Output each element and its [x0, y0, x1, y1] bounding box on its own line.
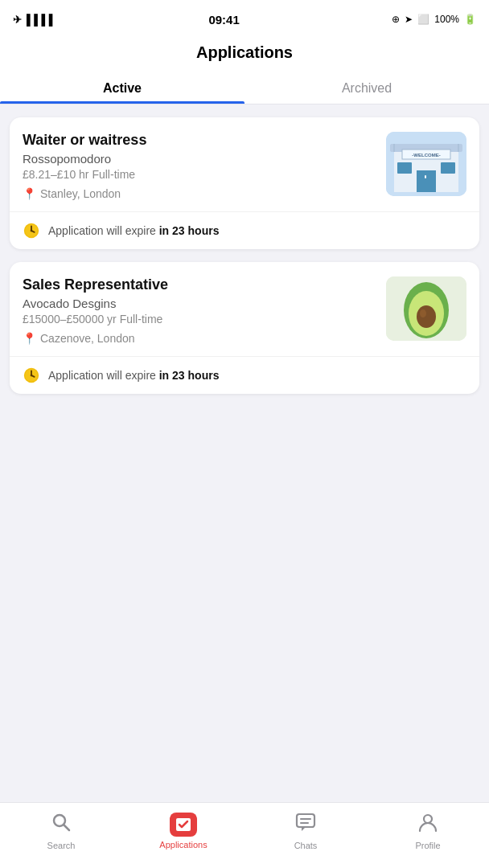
nav-applications-label: Applications — [159, 840, 207, 850]
job-card-2[interactable]: Sales Representative Avocado Desgins £15… — [10, 262, 479, 394]
svg-rect-7 — [397, 162, 412, 174]
job-location-2: 📍 Cazenove, London — [23, 332, 376, 345]
nav-profile[interactable]: Profile — [367, 803, 489, 858]
job-main-1: Waiter or waitress Rossopomodoro £8.21–£… — [10, 117, 479, 211]
nav-applications[interactable]: Applications — [122, 803, 244, 858]
profile-icon — [417, 812, 438, 837]
job-location-1: 📍 Stanley, London — [23, 187, 376, 200]
svg-rect-8 — [441, 162, 455, 174]
svg-line-27 — [64, 825, 69, 830]
nav-applications-icon-wrapper — [170, 813, 197, 837]
search-icon — [51, 812, 72, 837]
svg-point-19 — [417, 305, 436, 328]
tab-active[interactable]: Active — [0, 72, 244, 104]
job-salary-1: £8.21–£10 hr Full-time — [23, 168, 376, 181]
location-pin-icon-1: 📍 — [23, 187, 36, 200]
tab-archived[interactable]: Archived — [244, 72, 489, 104]
applications-icon-bg — [170, 813, 197, 837]
job-salary-2: £15000–£50000 yr Full-time — [23, 313, 376, 326]
job-company-2: Avocado Desgins — [23, 297, 376, 310]
job-expiry-1: Application will expire in 23 hours — [10, 211, 479, 249]
location-pin-icon-2: 📍 — [23, 332, 36, 345]
svg-point-15 — [31, 230, 33, 232]
location-status-icon: ⊕ — [392, 14, 400, 25]
svg-rect-29 — [297, 814, 314, 827]
svg-point-32 — [424, 815, 432, 823]
nav-profile-label: Profile — [415, 841, 440, 850]
tabs-container: Active Archived — [0, 72, 489, 104]
direction-icon: ➤ — [405, 14, 413, 25]
job-company-1: Rossopomodoro — [23, 152, 376, 166]
airplane-icon: ✈ — [13, 14, 22, 26]
status-bar: ✈ ▌▌▌▌ 09:41 ⊕ ➤ ⬜ 100% 🔋 — [0, 0, 489, 35]
expiry-text-1: Application will expire in 23 hours — [48, 224, 219, 237]
job-card-1[interactable]: Waiter or waitress Rossopomodoro £8.21–£… — [10, 117, 479, 249]
job-thumb-2 — [386, 276, 466, 341]
status-time: 09:41 — [208, 13, 239, 27]
restaurant-image: -WELCOME- — [386, 132, 466, 196]
status-right: ⊕ ➤ ⬜ 100% 🔋 — [392, 14, 476, 25]
svg-rect-6 — [425, 175, 426, 178]
jobs-list: Waiter or waitress Rossopomodoro £8.21–£… — [0, 104, 489, 802]
job-title-1: Waiter or waitress — [23, 132, 376, 149]
svg-rect-5 — [417, 170, 436, 192]
job-title-2: Sales Representative — [23, 276, 376, 293]
expiry-text-2: Application will expire in 23 hours — [48, 369, 219, 382]
page-title: Applications — [0, 43, 489, 72]
chats-icon — [295, 812, 316, 837]
signal-icon: ▌▌▌▌ — [27, 14, 56, 26]
job-expiry-2: Application will expire in 23 hours — [10, 356, 479, 394]
nav-search-label: Search — [47, 841, 76, 850]
screen-icon: ⬜ — [417, 14, 429, 25]
status-left: ✈ ▌▌▌▌ — [13, 14, 56, 26]
job-info-1: Waiter or waitress Rossopomodoro £8.21–£… — [23, 132, 376, 200]
battery-percent: 100% — [434, 14, 459, 25]
clock-icon-2 — [23, 366, 40, 384]
bottom-nav: Search Applications Chats — [0, 802, 489, 868]
job-main-2: Sales Representative Avocado Desgins £15… — [10, 262, 479, 356]
nav-chats-label: Chats — [294, 841, 318, 850]
nav-chats[interactable]: Chats — [244, 803, 367, 858]
job-info-2: Sales Representative Avocado Desgins £15… — [23, 276, 376, 345]
avocado-image — [386, 276, 466, 341]
svg-text:-WELCOME-: -WELCOME- — [412, 153, 440, 158]
clock-icon-1 — [23, 222, 40, 240]
nav-search[interactable]: Search — [0, 803, 122, 858]
job-thumb-1: -WELCOME- — [386, 132, 466, 196]
svg-point-25 — [31, 375, 33, 377]
header: Applications Active Archived — [0, 35, 489, 104]
battery-icon: 🔋 — [464, 14, 476, 25]
svg-point-20 — [420, 309, 426, 317]
